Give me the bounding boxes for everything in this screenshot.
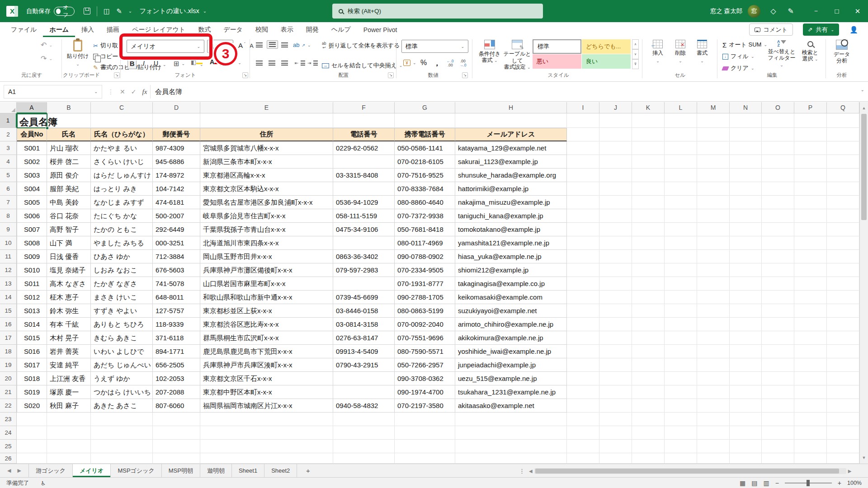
percent-style-button[interactable]: % (420, 59, 427, 67)
cell[interactable]: akitaasako@example.net (455, 399, 567, 413)
cell-style-bad[interactable]: 悪い (533, 54, 581, 69)
horizontal-scroll-thumb[interactable] (535, 469, 839, 474)
cell[interactable] (333, 236, 395, 250)
ribbon-tab-2[interactable]: ホーム (43, 22, 75, 37)
cell[interactable]: いわい よしひで (91, 345, 153, 358)
row-header-25[interactable]: 25 (0, 440, 17, 453)
cell[interactable]: S018 (17, 372, 47, 385)
cell[interactable]: S019 (17, 385, 47, 399)
cell[interactable]: takaginagisa@example.co.jp (455, 277, 567, 291)
row-header-18[interactable]: 18 (0, 345, 17, 358)
row-header-24[interactable]: 24 (0, 426, 17, 440)
table-header-cell[interactable]: 電話番号 (333, 128, 395, 141)
cell[interactable] (333, 182, 395, 196)
column-header-N[interactable]: N (730, 102, 762, 113)
cell[interactable]: 09913-4-5409 (333, 345, 395, 358)
zoom-out-button[interactable]: − (775, 479, 779, 487)
row-header-3[interactable]: 3 (0, 141, 17, 155)
cell[interactable]: 0536-94-1029 (333, 196, 395, 209)
cell[interactable]: 070-1931-8777 (395, 277, 455, 291)
cell[interactable]: たかの ともこ (91, 223, 153, 236)
cell[interactable]: 070-7516-9525 (395, 169, 455, 182)
font-name-combobox[interactable]: メイリオ ⌄ (127, 40, 204, 53)
cell[interactable]: 104-7142 (153, 182, 200, 196)
cell[interactable]: 柾木 恵子 (47, 291, 91, 304)
quick-access-pen-icon[interactable]: ✎ (116, 7, 122, 15)
bold-button[interactable]: B (127, 58, 137, 69)
row-header-12[interactable]: 12 (0, 263, 17, 277)
row-header-11[interactable]: 11 (0, 250, 17, 263)
column-header-Q[interactable]: Q (827, 102, 859, 113)
cell[interactable]: なかじま みすず (91, 196, 153, 209)
cell[interactable]: 070-2197-3580 (395, 399, 455, 413)
zoom-in-button[interactable]: + (838, 479, 841, 487)
fill-button[interactable]: ↓フィル⌄ (722, 52, 754, 61)
cell[interactable]: 岩井 善英 (47, 345, 91, 358)
cell[interactable]: 新潟県三条市本町x-x-x (200, 155, 333, 169)
row-header-8[interactable]: 8 (0, 209, 17, 223)
cell[interactable]: 愛知県名古屋市港区多加良浦町x-x-x (200, 196, 333, 209)
cell[interactable]: 山口県岩国市麻里布町x-x-x (200, 277, 333, 291)
column-header-P[interactable]: P (794, 102, 827, 113)
cell[interactable]: hiasa_yuka@example.ne.jp (455, 250, 567, 263)
cell[interactable]: 070-0092-2040 (395, 318, 455, 331)
cell[interactable]: あだち じゅんぺい (91, 358, 153, 372)
decrease-decimal-button[interactable]: .00→.0 (459, 59, 467, 67)
clear-button[interactable]: クリア⌄ (722, 64, 754, 72)
cell[interactable]: S012 (17, 291, 47, 304)
page-layout-view-button[interactable]: ▤ (751, 479, 757, 487)
cell[interactable]: 102-2053 (153, 372, 200, 385)
cell[interactable]: あきた あさこ (91, 399, 153, 413)
cell[interactable]: 741-5078 (153, 277, 200, 291)
row-header-5[interactable]: 5 (0, 169, 17, 182)
align-center-button[interactable] (269, 61, 275, 66)
comments-button[interactable]: コメント (749, 23, 793, 36)
cell[interactable]: 03-0814-3158 (333, 318, 395, 331)
column-header-J[interactable]: J (599, 102, 632, 113)
cell[interactable]: ひあさ ゆか (91, 250, 153, 263)
cell[interactable]: 474-6181 (153, 196, 200, 209)
cell[interactable]: 群馬県桐生市広沢町x-x-x (200, 331, 333, 345)
fill-handle[interactable] (46, 127, 49, 130)
cell[interactable]: S014 (17, 318, 47, 331)
cell[interactable]: 岐阜県多治見市住吉町x-x-x (200, 209, 333, 223)
excel-app-icon[interactable]: X (6, 6, 18, 17)
increase-decimal-button[interactable]: ←.0.00 (447, 59, 454, 67)
share-button[interactable]: ⇗共有⌄ (803, 23, 839, 36)
cell[interactable]: S003 (17, 169, 47, 182)
cell[interactable]: 0276-63-8147 (333, 331, 395, 345)
row-header-10[interactable]: 10 (0, 236, 17, 250)
cell[interactable]: sakurai_1123@example.jp (455, 155, 567, 169)
cell[interactable]: S008 (17, 236, 47, 250)
column-header-C[interactable]: C (91, 102, 153, 113)
name-box[interactable]: A1 ⌄ (4, 85, 102, 99)
sheet-tab-MSPゴシック[interactable]: MSPゴシック (111, 464, 161, 477)
cell[interactable]: S010 (17, 263, 47, 277)
sheet-tab-Sheet1[interactable]: Sheet1 (232, 464, 264, 477)
cell[interactable]: 0739-45-6699 (333, 291, 395, 304)
cell[interactable]: 兵庫県神戸市灘区備後町x-x-x (200, 263, 333, 277)
align-left-button[interactable] (256, 61, 263, 66)
increase-indent-button[interactable]: ⇥ (307, 61, 318, 66)
fill-color-chevron-icon[interactable]: ⌄ (200, 62, 203, 67)
cell[interactable] (333, 372, 395, 385)
row-header-15[interactable]: 15 (0, 304, 17, 318)
table-header-cell[interactable]: 氏名（ひらがな） (91, 128, 153, 141)
cell[interactable]: しおみ なおこ (91, 263, 153, 277)
row-header-9[interactable]: 9 (0, 223, 17, 236)
cell[interactable]: かたやま るい (91, 141, 153, 155)
styles-gallery-scrollbar[interactable]: ∧ ∨ ⊽ (632, 39, 639, 69)
row-header-6[interactable]: 6 (0, 182, 17, 196)
ribbon-tab-12[interactable]: Power Pivot (357, 22, 404, 37)
cell[interactable]: 079-597-2983 (333, 263, 395, 277)
analyze-data-button[interactable]: データ 分析 (830, 39, 854, 71)
cell[interactable]: 鈴木 弥生 (47, 304, 91, 318)
orientation-button[interactable]: ab↗⌄ (293, 42, 311, 48)
align-top-button[interactable] (256, 42, 263, 47)
cell[interactable]: yamashita121@example.ne.jp (455, 236, 567, 250)
cell[interactable] (333, 385, 395, 399)
cell[interactable]: tsukahara_1231@example.ne.jp (455, 385, 567, 399)
insert-cells-button[interactable]: ← 挿入⌄ (647, 39, 668, 71)
column-header-F[interactable]: F (333, 102, 395, 113)
insert-function-icon[interactable]: fx (142, 88, 147, 96)
